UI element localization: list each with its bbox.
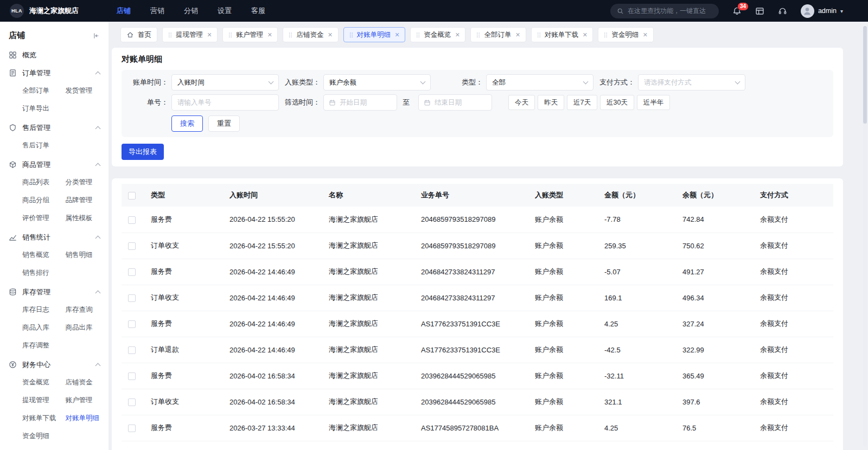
sidebar-item[interactable]: 销售明细 [66, 246, 109, 264]
close-icon[interactable]: × [455, 31, 459, 38]
sidebar-group[interactable]: 商品管理 [0, 156, 108, 173]
sidebar-item[interactable]: 商品入库 [22, 319, 66, 337]
table-cell: -42.5 [600, 337, 678, 363]
row-checkbox[interactable] [128, 372, 136, 380]
quick-range-button[interactable]: 昨天 [538, 95, 564, 110]
sidebar-item[interactable]: 资金概览 [22, 374, 66, 391]
sidebar-item[interactable]: 订单导出 [22, 100, 66, 118]
table-cell: 2026-04-02 16:58:34 [225, 389, 324, 415]
sidebar-item[interactable]: 库存调整 [22, 337, 66, 355]
user-menu[interactable]: admin ▾ [801, 4, 843, 18]
tab[interactable]: 对账单明细× [343, 27, 406, 42]
sidebar-item[interactable]: 销售排行 [22, 264, 66, 282]
chevron-up-icon [95, 126, 101, 132]
quick-range-button[interactable]: 近30天 [600, 95, 634, 110]
row-checkbox[interactable] [128, 320, 136, 328]
pay-method-select[interactable]: 请选择支付方式 [638, 74, 745, 91]
type-select[interactable]: 全部 [486, 74, 593, 91]
global-search-input[interactable] [628, 7, 712, 15]
workbench-button[interactable] [755, 7, 764, 16]
reset-button[interactable]: 重置 [208, 115, 240, 132]
bill-time-select[interactable]: 入账时间 [171, 74, 279, 91]
tab[interactable]: 对账单下载× [531, 27, 593, 42]
export-button[interactable]: 导出报表 [122, 144, 164, 160]
sidebar-group[interactable]: 销售统计 [0, 228, 108, 246]
sidebar-item[interactable]: 发货管理 [66, 82, 109, 100]
sidebar-group[interactable]: 售后管理 [0, 119, 108, 137]
sidebar-item[interactable]: 售后订单 [22, 137, 66, 155]
row-checkbox[interactable] [128, 425, 136, 432]
customer-service-button[interactable] [778, 7, 787, 16]
row-checkbox[interactable] [128, 268, 136, 276]
sidebar-group[interactable]: 财务中心 [0, 356, 108, 374]
sidebar-item[interactable]: 账户管理 [66, 391, 109, 409]
scrollbar[interactable] [863, 26, 867, 447]
sidebar-item[interactable]: 提现管理 [22, 391, 66, 409]
top-nav-item[interactable]: 店铺 [117, 6, 131, 16]
tab-home[interactable]: 首页 [120, 27, 157, 42]
tab[interactable]: 提现管理× [162, 27, 218, 42]
row-checkbox[interactable] [128, 216, 136, 224]
quick-range-button[interactable]: 今天 [508, 95, 535, 110]
top-nav-item[interactable]: 客服 [251, 6, 265, 16]
select-all-checkbox[interactable] [128, 192, 136, 200]
sidebar-group[interactable]: 订单管理 [0, 64, 108, 82]
sidebar-item[interactable]: 店铺资金 [66, 374, 109, 391]
end-date-input[interactable]: 结束日期 [418, 94, 492, 111]
tab[interactable]: 账户管理× [222, 27, 278, 42]
table-checkbox-cell [122, 389, 146, 415]
sidebar-item[interactable]: 销售概览 [22, 246, 66, 264]
close-icon[interactable]: × [515, 31, 520, 38]
order-no-input[interactable] [171, 94, 279, 111]
close-icon[interactable]: × [328, 31, 332, 38]
close-icon[interactable]: × [643, 31, 647, 38]
table-cell: 余额支付 [756, 285, 833, 311]
tab[interactable]: 资金明细× [598, 27, 653, 42]
sidebar-item[interactable]: 品牌管理 [66, 191, 109, 209]
sidebar-item[interactable]: 对账单下载 [22, 409, 66, 427]
close-icon[interactable]: × [583, 31, 587, 38]
close-icon[interactable]: × [207, 31, 212, 38]
tab[interactable]: 全部订单× [470, 27, 526, 42]
tab-label: 对账单下载 [545, 30, 579, 40]
scrollbar-thumb[interactable] [863, 26, 867, 124]
table-header-cell: 余额（元） [678, 184, 756, 207]
sidebar-item[interactable]: 库存日志 [22, 301, 66, 319]
entry-type-select[interactable]: 账户余额 [323, 74, 431, 91]
tab[interactable]: 店铺资金× [283, 27, 338, 42]
collapse-sidebar-icon[interactable] [92, 32, 100, 40]
sidebar-item[interactable]: 商品列表 [22, 173, 66, 191]
row-checkbox[interactable] [128, 242, 136, 250]
sidebar-item[interactable]: 资金明细 [22, 427, 66, 445]
top-nav-item[interactable]: 营销 [150, 6, 164, 16]
sidebar-item[interactable]: 分类管理 [66, 173, 109, 191]
sidebar-item[interactable]: 库存查询 [66, 301, 109, 319]
sidebar-item[interactable]: 商品分组 [22, 191, 66, 209]
sidebar-item[interactable]: 概览 [0, 46, 108, 64]
row-checkbox[interactable] [128, 294, 136, 302]
quick-range-button[interactable]: 近半年 [637, 95, 671, 110]
sidebar-item[interactable]: 评价管理 [22, 209, 66, 227]
close-icon[interactable]: × [267, 31, 272, 38]
notifications-button[interactable]: 34 [732, 7, 742, 16]
sidebar-item[interactable]: 对账单明细 [66, 409, 109, 427]
top-nav-item[interactable]: 分销 [184, 6, 198, 16]
sidebar-item[interactable]: 全部订单 [22, 82, 66, 100]
chevron-down-icon [420, 79, 426, 85]
global-search[interactable] [610, 4, 719, 18]
start-date-input[interactable]: 开始日期 [323, 94, 397, 111]
search-button[interactable]: 搜索 [171, 115, 203, 132]
sidebar-item[interactable]: 属性模板 [66, 209, 109, 227]
close-icon[interactable]: × [395, 31, 399, 38]
top-nav-item[interactable]: 设置 [218, 6, 232, 16]
sidebar-group[interactable]: 库存管理 [0, 283, 108, 301]
table-cell: 2026-04-22 15:55:20 [225, 207, 324, 233]
quick-range-button[interactable]: 近7天 [567, 95, 597, 110]
sidebar-group-label: 商品管理 [22, 160, 50, 170]
row-checkbox[interactable] [128, 346, 136, 354]
row-checkbox[interactable] [128, 398, 136, 406]
sidebar-group-label: 销售统计 [22, 233, 50, 242]
sidebar-item[interactable]: 商品出库 [66, 319, 109, 337]
tab[interactable]: 资金概览× [410, 27, 465, 42]
caret-down-icon: ▾ [840, 8, 843, 14]
